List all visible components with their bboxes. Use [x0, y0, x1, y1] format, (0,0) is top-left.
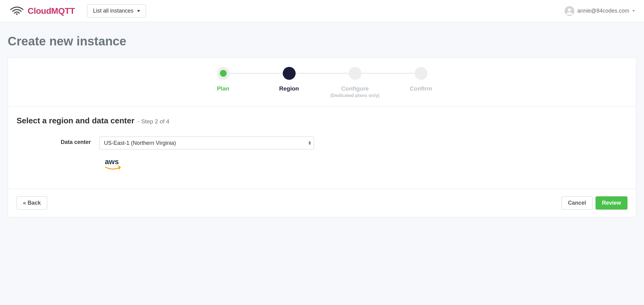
- wifi-icon: [9, 6, 25, 16]
- cancel-button[interactable]: Cancel: [562, 196, 592, 210]
- form-section: Select a region and data center - Step 2…: [8, 107, 636, 189]
- section-subtitle: - Step 2 of 4: [138, 118, 170, 125]
- page-title: Create new instance: [8, 34, 636, 48]
- back-button[interactable]: « Back: [17, 196, 47, 210]
- step-configure: Configure (Dedicated plans only): [322, 67, 388, 98]
- step-sublabel: (Dedicated plans only): [330, 93, 379, 98]
- user-menu[interactable]: annie@84codes.com: [565, 6, 635, 16]
- svg-point-0: [16, 13, 18, 15]
- dropdown-label: List all instances: [93, 8, 133, 14]
- avatar: [565, 6, 574, 16]
- brand-logo[interactable]: CloudMQTT: [9, 6, 75, 16]
- main-container: Create new instance Plan Region Configur…: [0, 22, 644, 223]
- data-center-select[interactable]: US-East-1 (Northern Virginia): [99, 137, 314, 149]
- user-email: annie@84codes.com: [577, 8, 629, 14]
- svg-point-1: [568, 8, 571, 11]
- caret-down-icon: [137, 10, 140, 12]
- caret-down-icon: [632, 10, 635, 12]
- step-plan[interactable]: Plan: [190, 67, 256, 92]
- step-confirm: Confirm: [388, 67, 454, 92]
- step-label: Configure: [341, 85, 369, 92]
- wizard-card: Plan Region Configure (Dedicated plans o…: [8, 57, 636, 217]
- footer-actions: « Back Cancel Review: [8, 189, 636, 217]
- data-center-row: Data center US-East-1 (Northern Virginia…: [17, 137, 627, 173]
- review-button[interactable]: Review: [596, 196, 627, 210]
- app-header: CloudMQTT List all instances annie@84cod…: [0, 0, 644, 22]
- step-label: Region: [279, 85, 299, 92]
- step-region[interactable]: Region: [256, 67, 322, 92]
- data-center-label: Data center: [17, 137, 99, 145]
- stepper: Plan Region Configure (Dedicated plans o…: [8, 58, 636, 107]
- svg-text:aws: aws: [105, 157, 119, 166]
- step-label: Confirm: [410, 85, 432, 92]
- step-label: Plan: [217, 85, 229, 92]
- brand-name: CloudMQTT: [28, 6, 75, 16]
- list-instances-dropdown[interactable]: List all instances: [87, 4, 146, 17]
- aws-logo: aws: [102, 157, 314, 173]
- section-title: Select a region and data center: [17, 116, 134, 125]
